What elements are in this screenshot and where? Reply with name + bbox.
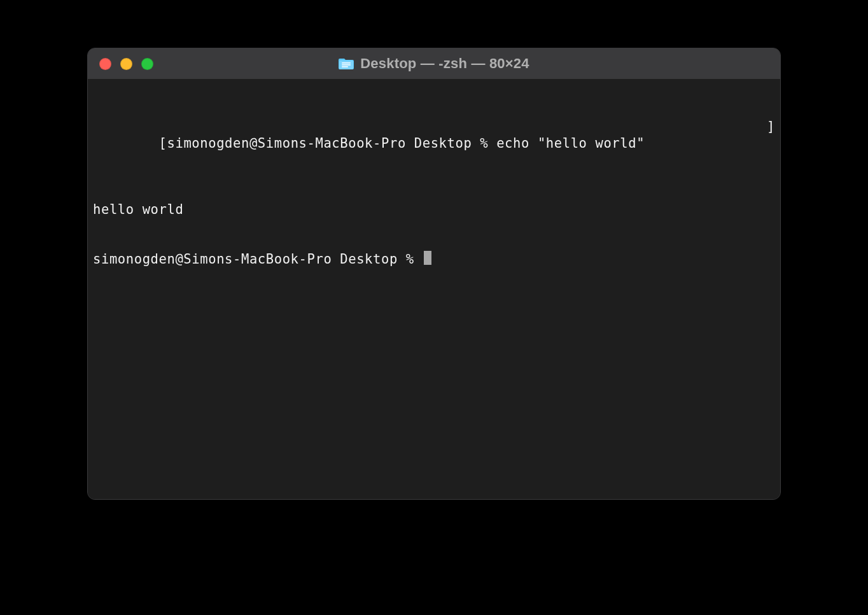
svg-rect-3	[342, 66, 348, 67]
cursor-block	[424, 251, 431, 265]
line1-content: simonogden@Simons-MacBook-Pro Desktop % …	[167, 136, 645, 151]
terminal-line-3: simonogden@Simons-MacBook-Pro Desktop %	[93, 251, 775, 267]
window-title: Desktop — -zsh — 80×24	[360, 55, 529, 72]
terminal-window[interactable]: Desktop — -zsh — 80×24 [simonogden@Simon…	[87, 48, 781, 500]
close-button[interactable]	[99, 58, 111, 70]
line3-content: simonogden@Simons-MacBook-Pro Desktop %	[93, 251, 423, 267]
terminal-line-1: [simonogden@Simons-MacBook-Pro Desktop %…	[93, 118, 775, 168]
svg-rect-1	[342, 62, 351, 64]
close-bracket: ]	[767, 118, 775, 168]
terminal-body[interactable]: [simonogden@Simons-MacBook-Pro Desktop %…	[88, 79, 780, 499]
folder-icon	[339, 57, 354, 70]
title-bar[interactable]: Desktop — -zsh — 80×24	[88, 48, 780, 79]
title-center: Desktop — -zsh — 80×24	[88, 55, 780, 72]
line2-content: hello world	[93, 201, 183, 218]
traffic-lights	[88, 58, 153, 70]
open-bracket: [	[159, 136, 167, 151]
zoom-button[interactable]	[141, 58, 153, 70]
minimize-button[interactable]	[120, 58, 132, 70]
terminal-line-2: hello world	[93, 201, 775, 218]
svg-rect-2	[342, 64, 351, 66]
